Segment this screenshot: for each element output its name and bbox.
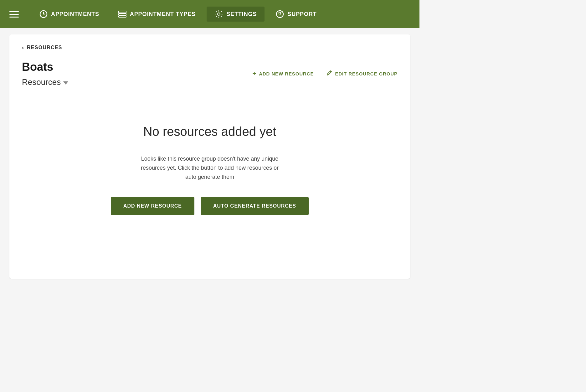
empty-state-description: Looks like this resource group doesn't h… — [135, 154, 285, 181]
add-icon: + — [253, 70, 257, 77]
auto-generate-resources-button[interactable]: AUTO GENERATE RESOURCES — [201, 197, 309, 215]
svg-point-6 — [280, 16, 280, 16]
empty-state: No resources added yet Looks like this r… — [22, 100, 398, 228]
add-resource-label: ADD NEW RESOURCE — [259, 71, 314, 76]
section-left: Boats Resources — [22, 60, 68, 87]
appointment-types-icon — [118, 10, 127, 18]
navbar: APPOINTMENTS APPOINTMENT TYPES SETTINGS — [0, 0, 419, 28]
nav-settings[interactable]: SETTINGS — [207, 7, 265, 22]
dropdown-arrow-icon — [63, 81, 68, 85]
add-new-resource-button[interactable]: + ADD NEW RESOURCE — [253, 70, 314, 77]
empty-state-title: No resources added yet — [143, 125, 276, 139]
settings-icon — [214, 10, 223, 18]
nav-settings-label: SETTINGS — [226, 11, 257, 18]
nav-appointments-label: APPOINTMENTS — [51, 11, 99, 18]
breadcrumb-label: RESOURCES — [27, 45, 62, 50]
back-arrow-icon: ‹ — [22, 44, 24, 51]
section-actions: + ADD NEW RESOURCE EDIT RESOURCE GROUP — [253, 70, 398, 78]
nav-support-label: SUPPORT — [287, 11, 316, 18]
section-header: Boats Resources + ADD NEW RESOURCE EDIT … — [22, 60, 398, 87]
svg-rect-3 — [119, 16, 126, 17]
resources-label: Resources — [22, 77, 61, 87]
nav-appointment-types-label: APPOINTMENT TYPES — [130, 11, 196, 18]
nav-appointment-types[interactable]: APPOINTMENT TYPES — [110, 7, 203, 22]
page-title: Boats — [22, 60, 68, 74]
add-new-resource-empty-button[interactable]: ADD NEW RESOURCE — [111, 197, 194, 215]
back-link[interactable]: ‹ RESOURCES — [22, 44, 62, 51]
edit-resource-group-button[interactable]: EDIT RESOURCE GROUP — [326, 70, 398, 78]
appointments-icon — [39, 10, 48, 18]
support-icon — [275, 10, 284, 18]
resources-dropdown[interactable]: Resources — [22, 77, 68, 87]
nav-appointments[interactable]: APPOINTMENTS — [31, 7, 107, 22]
edit-icon — [326, 70, 332, 78]
hamburger-menu[interactable] — [9, 11, 19, 18]
empty-state-actions: ADD NEW RESOURCE AUTO GENERATE RESOURCES — [111, 197, 309, 215]
svg-point-4 — [218, 13, 220, 15]
svg-rect-2 — [119, 13, 126, 15]
svg-rect-1 — [119, 11, 126, 13]
edit-group-label: EDIT RESOURCE GROUP — [335, 71, 398, 76]
nav-support[interactable]: SUPPORT — [268, 7, 324, 22]
main-content: ‹ RESOURCES Boats Resources + ADD NEW RE… — [9, 34, 410, 279]
